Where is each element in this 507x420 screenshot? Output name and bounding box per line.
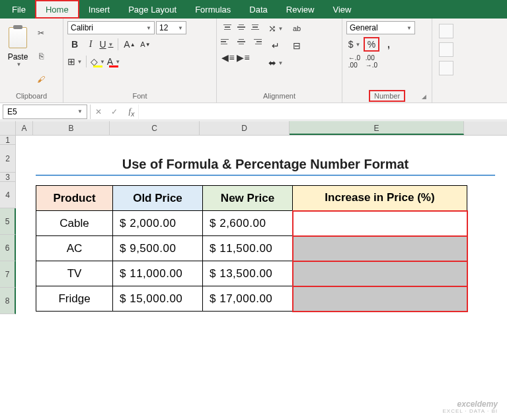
font-size-combo[interactable]: 12▼	[156, 21, 186, 34]
font-name-combo[interactable]: Calibri▼	[67, 21, 155, 34]
chevron-down-icon: ▼	[115, 59, 120, 65]
cell-old-price[interactable]: $ 9,500.00	[113, 236, 203, 261]
paste-button[interactable]: Paste ▼	[4, 21, 32, 73]
merge-icon: ⬌	[268, 58, 276, 68]
tab-home[interactable]: Home	[35, 0, 79, 19]
underline-button[interactable]: U▼	[99, 37, 114, 52]
row-header-5[interactable]: 5	[0, 208, 16, 235]
cell-new-price[interactable]: $ 2,600.00	[203, 211, 293, 236]
merge-center-button[interactable]: ⊟	[290, 38, 304, 53]
row-header-2[interactable]: 2	[0, 145, 16, 173]
cell-increase-selected[interactable]	[293, 286, 467, 312]
cell-product[interactable]: Cable	[36, 211, 113, 236]
row-header-3[interactable]: 3	[0, 173, 16, 182]
number-format-combo[interactable]: General▼	[346, 21, 415, 34]
col-header-b[interactable]: B	[33, 121, 110, 135]
align-middle-button[interactable]	[235, 21, 248, 33]
orientation-button[interactable]: ⤭▼	[268, 21, 283, 36]
chevron-down-icon: ▼	[355, 42, 360, 48]
copy-button[interactable]: ⎘	[34, 50, 48, 63]
align-top-button[interactable]	[221, 21, 234, 33]
align-bottom-button[interactable]	[249, 21, 262, 33]
decrease-indent-button[interactable]: ◀≡	[221, 50, 235, 65]
format-painter-button[interactable]: 🖌	[34, 73, 48, 86]
cell-new-price[interactable]: $ 17,000.00	[203, 286, 293, 312]
row-header-4[interactable]: 4	[0, 182, 16, 208]
merge-button[interactable]: ⬌▼	[268, 56, 283, 70]
header-increase[interactable]: Increase in Price (%)	[293, 186, 467, 211]
borders-button[interactable]: ⊞▼	[67, 54, 82, 69]
dialog-launcher-icon[interactable]: ◢	[422, 93, 426, 100]
name-box[interactable]: E5▼	[3, 105, 87, 119]
cell-new-price[interactable]: $ 13,500.00	[203, 261, 293, 286]
increase-decimal-button[interactable]: ←.0.00	[346, 54, 362, 69]
italic-button[interactable]: I	[83, 37, 98, 52]
enter-formula-button[interactable]: ✓	[106, 105, 122, 119]
formula-bar-input[interactable]	[138, 105, 507, 119]
comma-format-button[interactable]: ,	[381, 37, 397, 52]
decrease-font-button[interactable]: A▼	[138, 37, 153, 52]
tab-review[interactable]: Review	[277, 0, 324, 19]
insert-cells-button[interactable]	[439, 24, 453, 38]
worksheet-grid: A B C D E 1 2 3 4 5 6 7 8 Use of Formula…	[0, 121, 507, 420]
delete-cells-button[interactable]	[439, 42, 453, 57]
percent-format-button[interactable]: %	[364, 37, 379, 52]
row-header-8[interactable]: 8	[0, 288, 16, 314]
chevron-down-icon: ▼	[146, 25, 151, 31]
cell-new-price[interactable]: $ 11,500.00	[203, 236, 293, 261]
chevron-down-icon: ▼	[108, 42, 114, 48]
cell-increase-selected[interactable]	[293, 261, 467, 286]
col-header-d[interactable]: D	[200, 121, 290, 135]
cell-increase-active[interactable]	[293, 211, 467, 236]
bold-button[interactable]: B	[67, 37, 82, 52]
align-left-button[interactable]	[221, 36, 234, 48]
row-header-6[interactable]: 6	[0, 235, 16, 261]
cancel-formula-button[interactable]: ✕	[91, 105, 106, 119]
insert-function-button[interactable]: fx	[122, 105, 138, 119]
chevron-down-icon: ▼	[77, 59, 83, 65]
header-old-price[interactable]: Old Price	[113, 186, 203, 211]
tab-page-layout[interactable]: Page Layout	[119, 0, 186, 19]
cell-product[interactable]: TV	[36, 261, 113, 286]
cell-product[interactable]: AC	[36, 236, 113, 261]
tab-file[interactable]: File	[3, 0, 35, 19]
wrap-text-button[interactable]: ↵	[268, 38, 283, 53]
tab-formulas[interactable]: Formulas	[186, 0, 240, 19]
accounting-format-button[interactable]: $▼	[346, 37, 362, 52]
cell-old-price[interactable]: $ 15,000.00	[113, 286, 203, 312]
align-center-button[interactable]	[235, 36, 248, 48]
chevron-down-icon: ▼	[100, 59, 105, 65]
cut-button[interactable]: ✂	[34, 26, 48, 40]
align-right-button[interactable]	[249, 36, 262, 48]
group-number: General▼ $▼ % , ←.0.00 .00→.0 Number◢	[342, 19, 432, 103]
select-all-corner[interactable]	[0, 121, 16, 135]
increase-indent-button[interactable]: ▶≡	[236, 50, 251, 65]
col-header-a[interactable]: A	[16, 121, 33, 135]
header-new-price[interactable]: New Price	[203, 186, 293, 211]
col-header-e[interactable]: E	[290, 121, 464, 135]
cell-old-price[interactable]: $ 2,000.00	[113, 211, 203, 236]
decrease-decimal-button[interactable]: .00→.0	[364, 54, 379, 69]
wrap-label-button[interactable]: ab	[290, 21, 304, 36]
increase-font-button[interactable]: A▲	[122, 37, 137, 52]
cell-old-price[interactable]: $ 11,000.00	[113, 261, 203, 286]
fill-color-button[interactable]: ◇▼	[91, 54, 105, 69]
ribbon-tab-bar: File Home Insert Page Layout Formulas Da…	[0, 0, 507, 19]
tab-view[interactable]: View	[323, 0, 360, 19]
table-row: Cable $ 2,000.00 $ 2,600.00	[36, 211, 467, 236]
header-product[interactable]: Product	[36, 186, 113, 211]
cell-increase-selected[interactable]	[293, 236, 467, 261]
tab-insert[interactable]: Insert	[79, 0, 120, 19]
row-header-7[interactable]: 7	[0, 261, 16, 288]
font-color-button[interactable]: A▼	[106, 54, 121, 69]
row-header-1[interactable]: 1	[0, 136, 16, 145]
sheet-content[interactable]: Use of Formula & Percentage Number Forma…	[16, 136, 507, 420]
chevron-down-icon: ▼	[278, 60, 284, 66]
format-cells-button[interactable]	[439, 61, 453, 75]
col-header-c[interactable]: C	[110, 121, 200, 135]
tab-data[interactable]: Data	[240, 0, 276, 19]
group-label-number: Number	[369, 90, 405, 102]
rotate-icon: ⤭	[268, 23, 276, 34]
brush-icon: 🖌	[37, 75, 45, 84]
cell-product[interactable]: Fridge	[36, 286, 113, 312]
